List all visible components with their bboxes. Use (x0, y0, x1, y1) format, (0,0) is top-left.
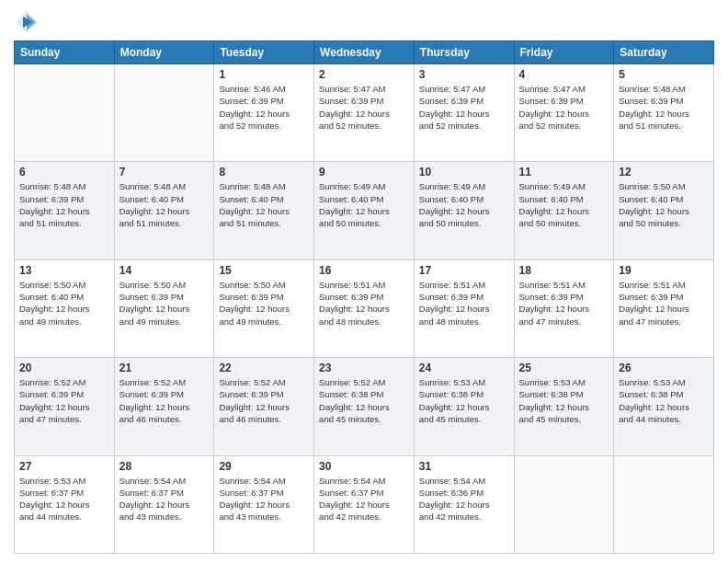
day-number: 28 (119, 460, 210, 473)
calendar-cell: 30Sunrise: 5:54 AMSunset: 6:37 PMDayligh… (314, 455, 415, 553)
calendar-cell: 31Sunrise: 5:54 AMSunset: 6:36 PMDayligh… (414, 455, 514, 553)
day-number: 18 (519, 264, 609, 277)
calendar-cell: 7Sunrise: 5:48 AMSunset: 6:40 PMDaylight… (114, 162, 214, 259)
day-info: Sunrise: 5:52 AMSunset: 6:39 PMDaylight:… (219, 376, 309, 425)
day-number: 7 (119, 166, 210, 178)
day-info: Sunrise: 5:54 AMSunset: 6:37 PMDaylight:… (219, 475, 309, 523)
calendar-cell: 21Sunrise: 5:52 AMSunset: 6:39 PMDayligh… (114, 358, 214, 455)
page: SundayMondayTuesdayWednesdayThursdayFrid… (0, 0, 728, 563)
day-number: 27 (19, 460, 109, 473)
day-info: Sunrise: 5:48 AMSunset: 6:39 PMDaylight:… (19, 180, 109, 229)
calendar: SundayMondayTuesdayWednesdayThursdayFrid… (14, 40, 714, 554)
calendar-cell: 1Sunrise: 5:46 AMSunset: 6:39 PMDaylight… (214, 64, 314, 162)
header (14, 9, 714, 35)
day-number: 19 (619, 264, 709, 277)
day-number: 31 (419, 460, 509, 473)
day-info: Sunrise: 5:54 AMSunset: 6:37 PMDaylight:… (319, 475, 409, 523)
calendar-cell: 11Sunrise: 5:49 AMSunset: 6:40 PMDayligh… (514, 162, 614, 259)
calendar-header-thursday: Thursday (414, 41, 514, 64)
day-info: Sunrise: 5:54 AMSunset: 6:36 PMDaylight:… (419, 475, 509, 523)
calendar-cell: 12Sunrise: 5:50 AMSunset: 6:40 PMDayligh… (614, 162, 714, 259)
calendar-cell: 6Sunrise: 5:48 AMSunset: 6:39 PMDaylight… (15, 162, 115, 259)
day-info: Sunrise: 5:52 AMSunset: 6:39 PMDaylight:… (119, 376, 210, 425)
day-info: Sunrise: 5:51 AMSunset: 6:39 PMDaylight:… (519, 279, 609, 327)
calendar-cell: 3Sunrise: 5:47 AMSunset: 6:39 PMDaylight… (414, 64, 514, 162)
logo-icon (14, 9, 40, 35)
calendar-cell: 26Sunrise: 5:53 AMSunset: 6:38 PMDayligh… (614, 358, 714, 455)
day-number: 26 (619, 362, 709, 374)
day-number: 12 (619, 166, 709, 178)
day-number: 20 (19, 362, 109, 374)
calendar-cell: 17Sunrise: 5:51 AMSunset: 6:39 PMDayligh… (414, 259, 514, 357)
calendar-cell: 23Sunrise: 5:52 AMSunset: 6:38 PMDayligh… (314, 358, 415, 455)
calendar-cell: 22Sunrise: 5:52 AMSunset: 6:39 PMDayligh… (214, 358, 314, 455)
calendar-cell: 10Sunrise: 5:49 AMSunset: 6:40 PMDayligh… (414, 162, 514, 259)
day-info: Sunrise: 5:52 AMSunset: 6:39 PMDaylight:… (19, 376, 109, 425)
calendar-cell: 8Sunrise: 5:48 AMSunset: 6:40 PMDaylight… (214, 162, 314, 259)
calendar-cell: 20Sunrise: 5:52 AMSunset: 6:39 PMDayligh… (15, 358, 115, 455)
day-number: 17 (419, 264, 509, 277)
calendar-cell: 25Sunrise: 5:53 AMSunset: 6:38 PMDayligh… (514, 358, 614, 455)
calendar-cell (15, 64, 115, 162)
calendar-cell: 2Sunrise: 5:47 AMSunset: 6:39 PMDaylight… (314, 64, 415, 162)
calendar-header-saturday: Saturday (614, 41, 714, 64)
day-number: 5 (619, 68, 709, 81)
day-info: Sunrise: 5:46 AMSunset: 6:39 PMDaylight:… (219, 83, 309, 132)
day-number: 1 (219, 68, 309, 81)
day-number: 23 (319, 362, 409, 374)
day-info: Sunrise: 5:53 AMSunset: 6:38 PMDaylight:… (619, 376, 709, 425)
day-number: 16 (319, 264, 409, 277)
calendar-cell: 28Sunrise: 5:54 AMSunset: 6:37 PMDayligh… (114, 455, 214, 553)
calendar-header-monday: Monday (114, 41, 214, 64)
day-number: 4 (519, 68, 609, 81)
day-number: 9 (319, 166, 409, 178)
day-number: 25 (519, 362, 609, 374)
day-info: Sunrise: 5:53 AMSunset: 6:38 PMDaylight:… (519, 376, 609, 425)
calendar-header-sunday: Sunday (15, 41, 115, 64)
day-info: Sunrise: 5:49 AMSunset: 6:40 PMDaylight:… (519, 180, 609, 229)
day-info: Sunrise: 5:47 AMSunset: 6:39 PMDaylight:… (319, 83, 409, 132)
calendar-cell: 27Sunrise: 5:53 AMSunset: 6:37 PMDayligh… (15, 455, 115, 553)
calendar-week-3: 13Sunrise: 5:50 AMSunset: 6:40 PMDayligh… (15, 259, 714, 357)
day-info: Sunrise: 5:52 AMSunset: 6:38 PMDaylight:… (319, 376, 409, 425)
day-info: Sunrise: 5:48 AMSunset: 6:39 PMDaylight:… (619, 83, 709, 132)
day-number: 10 (419, 166, 509, 178)
day-info: Sunrise: 5:47 AMSunset: 6:39 PMDaylight:… (519, 83, 609, 132)
day-number: 6 (19, 166, 109, 178)
calendar-header-tuesday: Tuesday (214, 41, 314, 64)
day-info: Sunrise: 5:49 AMSunset: 6:40 PMDaylight:… (319, 180, 409, 229)
day-number: 22 (219, 362, 309, 374)
day-number: 29 (219, 460, 309, 473)
day-info: Sunrise: 5:51 AMSunset: 6:39 PMDaylight:… (419, 279, 509, 327)
day-number: 2 (319, 68, 409, 81)
calendar-cell: 15Sunrise: 5:50 AMSunset: 6:39 PMDayligh… (214, 259, 314, 357)
day-info: Sunrise: 5:50 AMSunset: 6:39 PMDaylight:… (119, 279, 210, 327)
day-number: 8 (219, 166, 309, 178)
calendar-week-5: 27Sunrise: 5:53 AMSunset: 6:37 PMDayligh… (15, 455, 714, 553)
calendar-cell (114, 64, 214, 162)
calendar-week-1: 1Sunrise: 5:46 AMSunset: 6:39 PMDaylight… (15, 64, 714, 162)
calendar-cell: 4Sunrise: 5:47 AMSunset: 6:39 PMDaylight… (514, 64, 614, 162)
day-info: Sunrise: 5:49 AMSunset: 6:40 PMDaylight:… (419, 180, 509, 229)
calendar-week-2: 6Sunrise: 5:48 AMSunset: 6:39 PMDaylight… (15, 162, 714, 259)
day-info: Sunrise: 5:47 AMSunset: 6:39 PMDaylight:… (419, 83, 509, 132)
calendar-cell: 14Sunrise: 5:50 AMSunset: 6:39 PMDayligh… (114, 259, 214, 357)
day-info: Sunrise: 5:48 AMSunset: 6:40 PMDaylight:… (119, 180, 210, 229)
day-number: 3 (419, 68, 509, 81)
day-info: Sunrise: 5:50 AMSunset: 6:40 PMDaylight:… (619, 180, 709, 229)
calendar-cell: 24Sunrise: 5:53 AMSunset: 6:38 PMDayligh… (414, 358, 514, 455)
calendar-cell: 9Sunrise: 5:49 AMSunset: 6:40 PMDaylight… (314, 162, 415, 259)
day-number: 14 (119, 264, 210, 277)
calendar-cell: 29Sunrise: 5:54 AMSunset: 6:37 PMDayligh… (214, 455, 314, 553)
calendar-cell (514, 455, 614, 553)
day-info: Sunrise: 5:54 AMSunset: 6:37 PMDaylight:… (119, 475, 210, 523)
calendar-cell: 19Sunrise: 5:51 AMSunset: 6:39 PMDayligh… (614, 259, 714, 357)
day-info: Sunrise: 5:50 AMSunset: 6:40 PMDaylight:… (19, 279, 109, 327)
day-info: Sunrise: 5:48 AMSunset: 6:40 PMDaylight:… (219, 180, 309, 229)
day-info: Sunrise: 5:51 AMSunset: 6:39 PMDaylight:… (319, 279, 409, 327)
day-number: 11 (519, 166, 609, 178)
day-info: Sunrise: 5:51 AMSunset: 6:39 PMDaylight:… (619, 279, 709, 327)
calendar-cell: 16Sunrise: 5:51 AMSunset: 6:39 PMDayligh… (314, 259, 415, 357)
calendar-cell (614, 455, 714, 553)
day-number: 21 (119, 362, 210, 374)
